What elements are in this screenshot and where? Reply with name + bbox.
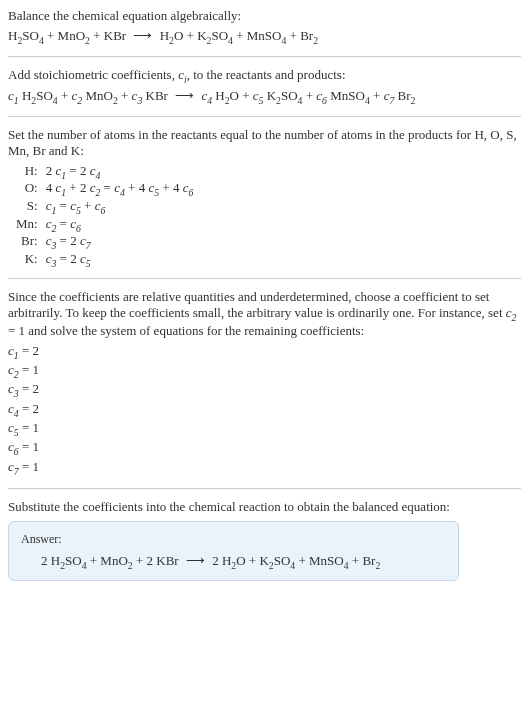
step2-text: Add stoichiometric coefficients, ci, to … bbox=[8, 67, 521, 85]
atoms-table: H: 2 c1 = 2 c4 O: 4 c1 + 2 c2 = c4 + 4 c… bbox=[16, 163, 193, 269]
table-row: K: c3 = 2 c5 bbox=[16, 251, 193, 269]
atom-eq-H: 2 c1 = 2 c4 bbox=[46, 163, 194, 181]
table-row: Mn: c2 = c6 bbox=[16, 216, 193, 234]
arrow-icon: ⟶ bbox=[133, 28, 152, 43]
chem-H2O: H2O bbox=[160, 28, 184, 43]
atom-label-Mn: Mn: bbox=[16, 216, 46, 234]
chem-KBr: KBr bbox=[156, 553, 178, 568]
atom-label-H: H: bbox=[16, 163, 46, 181]
chem-MnO2: MnO2 bbox=[100, 553, 132, 568]
chem-H2O: H2O bbox=[222, 553, 246, 568]
atom-label-O: O: bbox=[16, 180, 46, 198]
divider bbox=[8, 278, 521, 279]
divider bbox=[8, 116, 521, 117]
atom-eq-S: c1 = c5 + c6 bbox=[46, 198, 194, 216]
chem-MnSO4: MnSO4 bbox=[247, 28, 287, 43]
chem-H2SO4: H2SO4 bbox=[51, 553, 87, 568]
answer-label: Answer: bbox=[21, 532, 446, 547]
table-row: S: c1 = c5 + c6 bbox=[16, 198, 193, 216]
chem-MnO2: MnO2 bbox=[58, 28, 90, 43]
atom-eq-O: 4 c1 + 2 c2 = c4 + 4 c5 + 4 c6 bbox=[46, 180, 194, 198]
table-row: Br: c3 = 2 c7 bbox=[16, 233, 193, 251]
coeff-line: c2 = 1 bbox=[8, 362, 521, 381]
chem-H2SO4: H2SO4 bbox=[8, 28, 44, 43]
coeff-line: c6 = 1 bbox=[8, 439, 521, 458]
chem-H2SO4: H2SO4 bbox=[22, 88, 58, 103]
chem-K2SO4: K2SO4 bbox=[259, 553, 295, 568]
initial-equation: H2SO4 + MnO2 + KBr ⟶ H2O + K2SO4 + MnSO4… bbox=[8, 28, 521, 46]
chem-K2SO4: K2SO4 bbox=[197, 28, 233, 43]
chem-MnSO4: MnSO4 bbox=[309, 553, 349, 568]
chem-H2O: H2O bbox=[215, 88, 239, 103]
atom-label-Br: Br: bbox=[16, 233, 46, 251]
atom-eq-Mn: c2 = c6 bbox=[46, 216, 194, 234]
table-row: H: 2 c1 = 2 c4 bbox=[16, 163, 193, 181]
chem-Br2: Br2 bbox=[362, 553, 380, 568]
chem-Br2: Br2 bbox=[398, 88, 416, 103]
chem-KBr: KBr bbox=[104, 28, 126, 43]
chem-KBr: KBr bbox=[146, 88, 168, 103]
step5-text: Substitute the coefficients into the che… bbox=[8, 499, 521, 515]
chem-MnO2: MnO2 bbox=[85, 88, 117, 103]
coeff-equation: c1 H2SO4 + c2 MnO2 + c3 KBr ⟶ c4 H2O + c… bbox=[8, 88, 521, 106]
intro-line: Balance the chemical equation algebraica… bbox=[8, 8, 521, 24]
atom-eq-Br: c3 = 2 c7 bbox=[46, 233, 194, 251]
coefficients-list: c1 = 2 c2 = 1 c3 = 2 c4 = 2 c5 = 1 c6 = … bbox=[8, 343, 521, 478]
balanced-equation: 2 H2SO4 + MnO2 + 2 KBr ⟶ 2 H2O + K2SO4 +… bbox=[21, 553, 446, 571]
step3-text: Set the number of atoms in the reactants… bbox=[8, 127, 521, 159]
step4-text: Since the coefficients are relative quan… bbox=[8, 289, 521, 339]
atom-label-K: K: bbox=[16, 251, 46, 269]
atom-eq-K: c3 = 2 c5 bbox=[46, 251, 194, 269]
coeff-line: c1 = 2 bbox=[8, 343, 521, 362]
arrow-icon: ⟶ bbox=[175, 88, 194, 103]
atom-label-S: S: bbox=[16, 198, 46, 216]
chem-MnSO4: MnSO4 bbox=[330, 88, 370, 103]
chem-K2SO4: K2SO4 bbox=[267, 88, 303, 103]
divider bbox=[8, 56, 521, 57]
arrow-icon: ⟶ bbox=[186, 553, 205, 568]
coeff-line: c3 = 2 bbox=[8, 381, 521, 400]
table-row: O: 4 c1 + 2 c2 = c4 + 4 c5 + 4 c6 bbox=[16, 180, 193, 198]
coeff-line: c4 = 2 bbox=[8, 401, 521, 420]
answer-box: Answer: 2 H2SO4 + MnO2 + 2 KBr ⟶ 2 H2O +… bbox=[8, 521, 459, 582]
coeff-line: c5 = 1 bbox=[8, 420, 521, 439]
chem-Br2: Br2 bbox=[300, 28, 318, 43]
coeff-line: c7 = 1 bbox=[8, 459, 521, 478]
divider bbox=[8, 488, 521, 489]
